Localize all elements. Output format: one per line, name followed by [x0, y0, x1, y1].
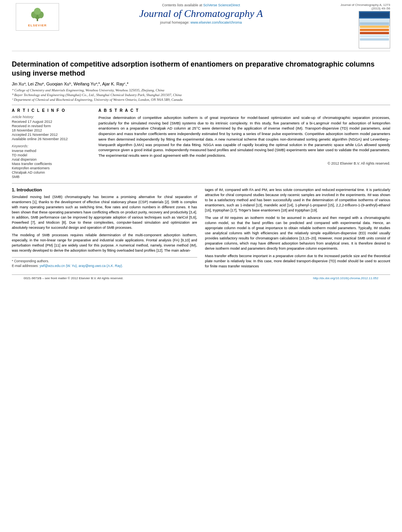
footnote-area: * Corresponding authors. E-mail addresse… [12, 257, 197, 269]
cover-thumbnail [359, 11, 390, 48]
article-content: Determination of competitive adsorption … [0, 53, 402, 183]
sciverse-link: SciVerse ScienceDirect [203, 3, 240, 7]
cover-stripe-6 [360, 35, 389, 37]
keyword-2: Axial dispersion [12, 158, 91, 161]
article-history-label: Article history: [12, 115, 91, 119]
homepage-text: journal homepage: [160, 20, 191, 24]
cover-stripe-3 [360, 26, 389, 28]
affiliation-c: ᶜ Department of Chemical and Biochemical… [12, 98, 390, 102]
keyword-4: Ketoprofen enantiomers [12, 166, 91, 170]
affiliation-a: ᵃ College of Chemistry and Materials Eng… [12, 88, 390, 92]
page-container: ELSEVIER Contents lists available at Sci… [0, 0, 402, 532]
intro-section-label: Introduction [17, 187, 42, 192]
body-content: 1. Introduction Simulated moving bed (SM… [0, 184, 402, 286]
keyword-6: SMB [12, 175, 91, 179]
keyword-5: Chiralpak AD column [12, 171, 91, 174]
email-label: E-mail addresses: [12, 264, 39, 268]
cover-stripes [359, 19, 390, 42]
two-col-body: 1. Introduction Simulated moving bed (SM… [12, 187, 390, 272]
journal-issue-info: Journal of Chromatography A, 1273 (2013)… [339, 3, 390, 10]
intro-section-title: 1. Introduction [12, 187, 197, 192]
cover-stripe-2 [360, 22, 389, 25]
corresponding-label: * Corresponding authors. [12, 259, 197, 264]
cover-stripe-7 [360, 38, 389, 41]
body-col-right: tages of IM, compared with FA and PM, ar… [205, 187, 391, 272]
sciverse-text: Contents lists available at [162, 3, 202, 7]
footer-issn: 0021-9673/$ – see front matter © 2012 El… [24, 276, 123, 280]
abstract-text: Precise determination of competitive ads… [98, 115, 390, 158]
body-col-left: 1. Introduction Simulated moving bed (SM… [12, 187, 197, 272]
history-item-1: Received in revised form [12, 124, 91, 128]
two-column-section: A R T I C L E I N F O Article history: R… [12, 108, 390, 179]
elsevier-tree-icon [26, 7, 49, 23]
right-para-3: Mass transfer effects become important i… [205, 254, 391, 269]
header-right: Journal of Chromatography A, 1273 (2013)… [339, 3, 390, 48]
elsevier-logo-box: ELSEVIER [16, 3, 59, 31]
svg-point-4 [34, 7, 41, 15]
intro-para-1: Simulated moving bed (SMB) chromatograph… [12, 195, 197, 230]
header-top-bar: ELSEVIER Contents lists available at Sci… [12, 3, 390, 51]
homepage-link[interactable]: www.elsevier.com/locate/chroma [191, 20, 242, 24]
footer-bar: 0021-9673/$ – see front matter © 2012 El… [12, 274, 390, 282]
intro-section-number: 1. [12, 187, 15, 192]
history-item-0: Received 17 August 2012 [12, 120, 91, 124]
journal-main-title: Journal of Chromatography A [139, 8, 263, 20]
footer-doi[interactable]: http://dx.doi.org/10.1016/j.chroma.2012.… [313, 276, 378, 280]
abstract-heading: A B S T R A C T [98, 108, 390, 113]
right-para-2: The use of IM requires an isotherm model… [205, 215, 391, 251]
history-item-2: 18 November 2012 [12, 128, 91, 132]
elsevier-label: ELSEVIER [28, 24, 47, 27]
article-info-col: A R T I C L E I N F O Article history: R… [12, 108, 91, 179]
journal-homepage-line: journal homepage: www.elsevier.com/locat… [160, 20, 242, 24]
intro-para-2: The modeling of SMB processes requires r… [12, 233, 197, 253]
sciverse-line: Contents lists available at SciVerse Sci… [162, 3, 240, 7]
email1[interactable]: ywf@wzu.edu.cn (W. Yu), [39, 264, 78, 268]
email2[interactable]: aray@eng.uwo.ca (A.K. Ray). [79, 264, 123, 268]
keyword-3: Mass transfer coefficients [12, 162, 91, 166]
history-item-3: Accepted 21 November 2012 [12, 133, 91, 137]
journal-title-center: Contents lists available at SciVerse Sci… [63, 3, 339, 24]
cover-stripe-5 [360, 32, 389, 34]
keyword-0: Inverse method [12, 149, 91, 153]
cover-title-bar [360, 13, 389, 17]
journal-header: ELSEVIER Contents lists available at Sci… [0, 0, 402, 53]
keywords-label: Keywords: [12, 144, 91, 148]
article-info-heading: A R T I C L E I N F O [12, 108, 91, 113]
right-para-1: tages of IM, compared with FA and PM, ar… [205, 187, 391, 213]
cover-stripe-4 [360, 29, 389, 31]
keyword-1: TD model [12, 153, 91, 157]
footnote-emails: E-mail addresses: ywf@wzu.edu.cn (W. Yu)… [12, 264, 197, 269]
article-title: Determination of competitive adsorption … [12, 60, 390, 78]
affiliation-b: ᵇ Bayer Technology and Engineering (Shan… [12, 93, 390, 97]
history-item-4: Available online 26 November 2012 [12, 137, 91, 141]
authors-line: Jin Xuᵃ, Lei Zhuᵃ, Guoqian Xuᵇ, Weifang … [12, 82, 390, 87]
cover-stripe-1 [360, 19, 389, 22]
copyright-line: © 2012 Elsevier B.V. All rights reserved… [98, 161, 390, 165]
elsevier-logo-area: ELSEVIER [12, 3, 63, 31]
abstract-col: A B S T R A C T Precise determination of… [98, 108, 390, 179]
cover-top-bar [359, 11, 390, 19]
divider-line [12, 105, 390, 105]
